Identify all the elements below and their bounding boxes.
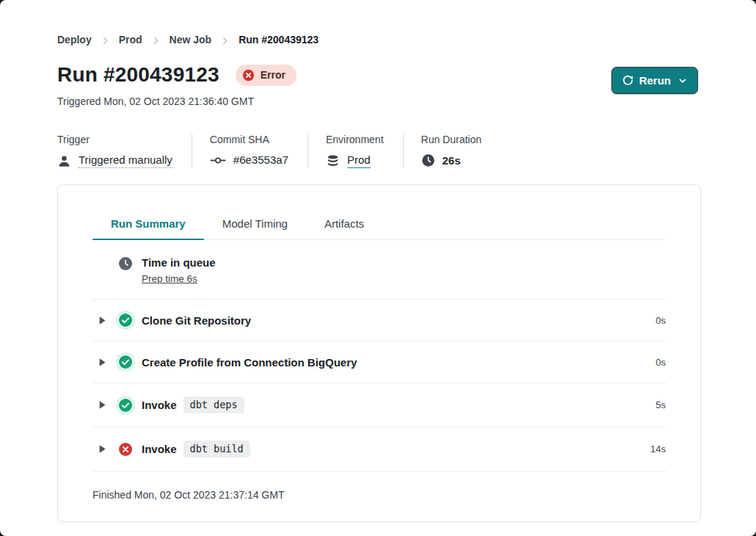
rerun-button[interactable]: Rerun (611, 67, 698, 94)
meta-value[interactable]: Prod (347, 153, 371, 168)
step-label: Create Profile from Connection BigQuery (142, 356, 357, 369)
expander-triangle-icon[interactable] (98, 316, 107, 325)
person-icon (57, 154, 71, 168)
time-in-queue-row: Time in queue Prep time 6s (92, 240, 666, 300)
step-command-chip: dbt deps (183, 396, 244, 413)
expander-triangle-icon[interactable] (98, 444, 107, 454)
step-label: Invoke (142, 399, 177, 411)
step-list: Clone Git Repository 0s Create Profile f… (92, 300, 666, 471)
run-detail-page: DeployProdNew JobRun #200439123 Run #200… (0, 0, 756, 536)
breadcrumb-separator-icon (101, 37, 109, 45)
meta-value[interactable]: Triggered manually (79, 153, 172, 168)
meta-label: Trigger (57, 134, 172, 145)
meta-value: 26s (443, 154, 461, 167)
error-circle-icon (242, 69, 255, 82)
step-duration: 0s (655, 315, 666, 326)
breadcrumb: DeployProdNew JobRun #200439123 (0, 0, 756, 46)
step-duration: 14s (650, 443, 666, 454)
clock-icon (421, 153, 435, 167)
step-label: Clone Git Repository (142, 314, 251, 327)
success-check-icon (118, 398, 133, 413)
run-metadata-row: Trigger Triggered manually Commit SHA #6… (57, 134, 756, 168)
meta-label: Environment (326, 134, 384, 145)
page-title: Run #200439123 (57, 63, 219, 87)
meta-column: Commit SHA #6e3553a7 (192, 134, 308, 168)
status-badge-label: Error (261, 69, 286, 81)
tab-bar: Run SummaryModel TimingArtifacts (92, 210, 666, 240)
tab-run-summary[interactable]: Run Summary (92, 210, 204, 239)
breadcrumb-separator-icon (221, 37, 229, 45)
error-x-icon (118, 442, 133, 457)
triggered-timestamp: Triggered Mon, 02 Oct 2023 21:36:40 GMT (57, 95, 756, 107)
step-duration: 5s (655, 399, 666, 410)
success-check-icon (118, 313, 133, 327)
run-summary-card: Run SummaryModel TimingArtifacts Time in… (57, 184, 701, 522)
expander-triangle-icon[interactable] (98, 358, 107, 367)
finished-timestamp: Finished Mon, 02 Oct 2023 21:37:14 GMT (92, 471, 666, 501)
step-label: Invoke (142, 443, 177, 455)
step-duration: 0s (655, 357, 666, 368)
refresh-icon (622, 75, 633, 86)
prep-time-link[interactable]: Prep time 6s (142, 273, 197, 284)
success-check-icon (118, 355, 133, 369)
breadcrumb-current: Run #200439123 (239, 34, 319, 46)
chevron-down-icon[interactable] (678, 76, 687, 85)
queue-clock-icon (118, 256, 133, 271)
meta-label: Commit SHA (210, 134, 288, 145)
breadcrumb-item[interactable]: Prod (119, 34, 142, 46)
meta-label: Run Duration (421, 134, 482, 145)
meta-column: Trigger Triggered manually (57, 134, 192, 168)
rerun-button-label: Rerun (639, 74, 671, 87)
queue-title: Time in queue (142, 256, 216, 269)
step-row[interactable]: Invoke dbt build 14s (92, 427, 666, 471)
breadcrumb-item[interactable]: Deploy (57, 34, 92, 46)
meta-column: Run Duration 26s (404, 134, 501, 168)
status-badge: Error (236, 65, 297, 86)
meta-value: #6e3553a7 (233, 153, 288, 167)
breadcrumb-item[interactable]: New Job (170, 34, 212, 46)
meta-column: Environment Prod (308, 134, 404, 168)
tab-model-timing[interactable]: Model Timing (204, 210, 306, 239)
database-icon (326, 154, 340, 168)
step-row[interactable]: Invoke dbt deps 5s (92, 383, 666, 427)
tab-artifacts[interactable]: Artifacts (306, 210, 382, 239)
step-row[interactable]: Create Profile from Connection BigQuery … (92, 341, 666, 383)
step-command-chip: dbt build (183, 441, 250, 457)
breadcrumb-separator-icon (152, 37, 160, 45)
expander-triangle-icon[interactable] (98, 400, 107, 410)
commit-icon (210, 156, 226, 165)
step-row[interactable]: Clone Git Repository 0s (92, 300, 666, 341)
